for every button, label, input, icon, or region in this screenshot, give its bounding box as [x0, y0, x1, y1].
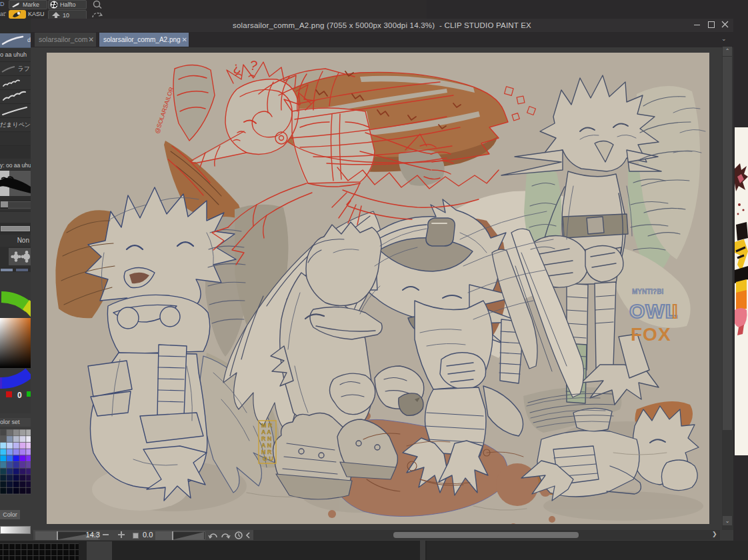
svg-text:M R: M R — [261, 422, 273, 429]
svg-text:A N: A N — [261, 442, 271, 449]
svg-text:0: 0 — [17, 391, 22, 400]
svg-text:R N: R N — [261, 435, 272, 442]
svg-text:I: I — [672, 300, 677, 322]
svg-text:MYNTI?BI: MYNTI?BI — [632, 288, 663, 295]
svg-text:N R: N R — [261, 449, 272, 455]
svg-text:OWL: OWL — [629, 300, 678, 322]
svg-text:A A: A A — [261, 429, 271, 435]
svg-text:FOX: FOX — [631, 324, 671, 345]
svg-text:O U: O U — [263, 455, 273, 462]
